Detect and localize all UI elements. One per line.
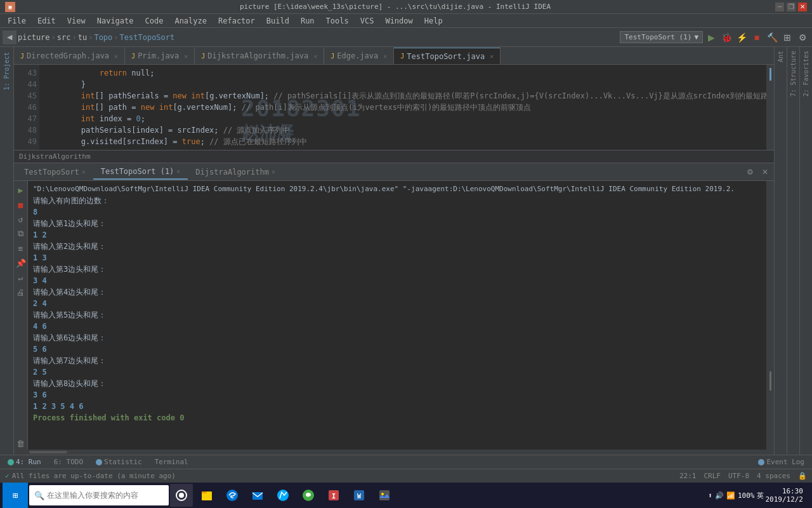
breadcrumb-src[interactable]: src xyxy=(57,33,71,42)
tab-close-directedgraph[interactable]: ✕ xyxy=(114,53,118,60)
favorites-panel-label[interactable]: 2: Favorites xyxy=(800,47,812,100)
run-hscroll[interactable] xyxy=(14,450,774,455)
structure-panel-label[interactable]: 7: Structure xyxy=(787,47,799,100)
breadcrumb-class[interactable]: TestTopoSort xyxy=(120,33,175,42)
tab-prim[interactable]: J Prim.java ✕ xyxy=(125,48,195,64)
taskbar-cortana[interactable] xyxy=(170,484,193,507)
taskbar-mail[interactable] xyxy=(246,484,269,507)
menu-item[interactable]: Build xyxy=(261,15,294,27)
menu-item[interactable]: Navigate xyxy=(92,15,139,27)
build-button[interactable]: 🔨 xyxy=(765,30,779,44)
taskbar-app2[interactable]: W xyxy=(348,484,370,507)
minimize-button[interactable]: ─ xyxy=(775,3,784,11)
tab-testtoposort[interactable]: J TestTopoSort.java ✕ xyxy=(394,48,501,64)
menu-item[interactable]: Run xyxy=(296,15,320,27)
taskbar-maps[interactable] xyxy=(272,484,294,507)
ant-panel[interactable]: Ant xyxy=(775,47,787,66)
run-output[interactable]: "D:\LenovoQMDownload\SoftMgr\IntelliJ ID… xyxy=(28,181,766,450)
run-tab-2[interactable]: TestTopoSort (1) ✕ xyxy=(93,164,188,180)
line-endings[interactable]: CRLF xyxy=(704,472,721,480)
run-pin-icon[interactable]: 📌 xyxy=(15,257,27,269)
indent-setting[interactable]: 4 spaces xyxy=(757,472,790,480)
menu-item[interactable]: Window xyxy=(380,15,417,27)
tab-directedgraph[interactable]: J DirectedGraph.java ✕ xyxy=(14,48,125,64)
code-editor[interactable]: 43 44 45 46 47 48 49 return null; } xyxy=(14,65,774,150)
tab-label: DirectedGraph.java xyxy=(27,51,109,60)
run-stop-icon[interactable]: ■ xyxy=(15,198,27,211)
menu-item[interactable]: Analyze xyxy=(169,15,212,27)
tab-close-testtoposort[interactable]: ✕ xyxy=(490,53,494,60)
run-rerun-icon[interactable]: ↺ xyxy=(15,213,27,225)
debug-button[interactable]: 🐞 xyxy=(719,30,733,44)
menu-item[interactable]: Tools xyxy=(321,15,354,27)
run-tab-close-2[interactable]: ✕ xyxy=(176,168,180,175)
editor-area: J DirectedGraph.java ✕ J Prim.java ✕ J D… xyxy=(14,47,774,455)
tab-edge[interactable]: J Edge.java ✕ xyxy=(324,48,394,64)
run-scrollbar[interactable] xyxy=(766,181,774,450)
language-icon[interactable]: 英 xyxy=(757,491,764,500)
settings-button[interactable]: ⚙ xyxy=(796,30,809,44)
taskbar-search-input[interactable] xyxy=(47,491,164,500)
menu-item[interactable]: Refactor xyxy=(213,15,260,27)
bottom-tab-run[interactable]: 4: Run xyxy=(3,457,46,467)
taskbar-files[interactable] xyxy=(195,484,218,507)
run-filter-icon[interactable]: ≡ xyxy=(15,242,27,255)
encoding[interactable]: UTF-8 xyxy=(728,472,749,480)
bottom-tab-todo[interactable]: 6: TODO xyxy=(49,457,88,467)
tab-close-prim[interactable]: ✕ xyxy=(184,53,188,60)
menu-item[interactable]: Edit xyxy=(32,15,61,27)
menu-item[interactable]: Help xyxy=(419,15,448,27)
cursor-position[interactable]: 22:1 xyxy=(679,472,697,480)
svg-text:I: I xyxy=(332,492,336,500)
run-tab-3[interactable]: DijstraAlgorithm ✕ xyxy=(188,165,283,179)
menu-item[interactable]: File xyxy=(3,15,31,27)
taskbar-wechat[interactable] xyxy=(297,484,320,507)
taskbar-app1[interactable]: I xyxy=(322,484,345,507)
bottom-tab-eventlog[interactable]: Event Log xyxy=(753,457,809,467)
volume-icon[interactable]: 🔊 xyxy=(715,491,724,500)
run-clear-icon[interactable]: 🗑 xyxy=(15,437,27,450)
breadcrumb-tu[interactable]: tu xyxy=(78,33,87,42)
run-play-icon[interactable]: ▶ xyxy=(15,184,27,196)
network-icon[interactable]: 📶 xyxy=(726,491,735,500)
bottom-tab-terminal[interactable]: Terminal xyxy=(150,457,193,467)
breadcrumb-topo[interactable]: Topo xyxy=(94,33,112,42)
menu-item[interactable]: VCS xyxy=(355,15,379,27)
run-close-button[interactable]: ✕ xyxy=(759,166,771,178)
run-tab-1[interactable]: TestTopoSort ✕ xyxy=(16,165,93,179)
run-settings-button[interactable]: ⚙ xyxy=(743,166,756,178)
project-icon[interactable]: 1: Project xyxy=(2,50,11,93)
show-desktop-button[interactable] xyxy=(804,483,809,508)
run-copy-icon[interactable]: ⧉ xyxy=(15,227,27,240)
editor-scrollbar[interactable] xyxy=(766,65,774,150)
run-wrap-icon[interactable]: ↵ xyxy=(15,271,27,284)
run-combo[interactable]: TestTopoSort (1) ▼ xyxy=(620,31,703,43)
run-tab-close-3[interactable]: ✕ xyxy=(272,168,275,175)
layout-button[interactable]: ⊞ xyxy=(780,30,794,44)
start-button[interactable]: ⊞ xyxy=(3,483,28,508)
run-button[interactable]: ▶ xyxy=(704,30,718,44)
menu-item[interactable]: Code xyxy=(140,15,169,27)
run-print-icon[interactable]: 🖨 xyxy=(15,286,27,298)
taskbar-search-box[interactable]: 🔍 xyxy=(29,485,169,505)
tab-dijkstra[interactable]: J DijkstraAlgorithm.java ✕ xyxy=(195,48,324,64)
menu-item[interactable]: View xyxy=(62,15,91,27)
restore-button[interactable]: ❐ xyxy=(787,3,796,11)
status-message: All files are up-to-date (a minute ago) xyxy=(12,472,176,480)
taskbar-edge[interactable] xyxy=(221,484,244,507)
close-button[interactable]: ✕ xyxy=(798,3,807,11)
coverage-button[interactable]: ⚡ xyxy=(735,30,749,44)
code-content[interactable]: return null; } int[] pathSerials = new i… xyxy=(39,65,766,150)
back-button[interactable]: ◀ xyxy=(3,30,16,44)
svg-point-4 xyxy=(226,490,238,501)
tab-close-dijkstra[interactable]: ✕ xyxy=(313,53,317,60)
breadcrumb-picture[interactable]: picture xyxy=(18,33,50,42)
stop-button[interactable]: ■ xyxy=(750,30,764,44)
run-tab-close-1[interactable]: ✕ xyxy=(82,168,86,175)
tab-close-edge[interactable]: ✕ xyxy=(383,53,387,60)
method-name: DijkstraAlgorithm xyxy=(19,152,91,161)
taskbar-clock[interactable]: 16:30 2019/12/2 xyxy=(765,487,803,504)
bottom-tab-statistic[interactable]: Statistic xyxy=(91,457,147,467)
taskbar-photos[interactable] xyxy=(373,484,396,507)
status-bar: ✓ All files are up-to-date (a minute ago… xyxy=(0,469,812,483)
